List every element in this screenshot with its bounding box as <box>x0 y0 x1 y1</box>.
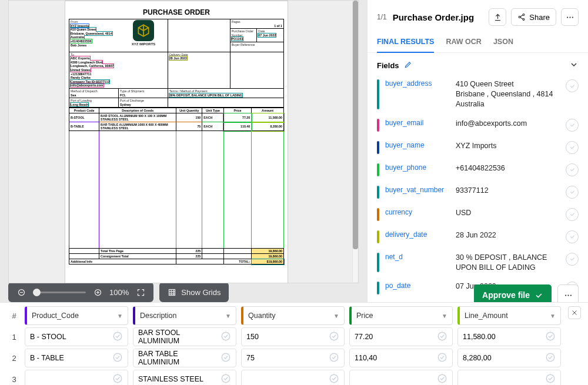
cell-product-code[interactable]: B - TABLE <box>25 349 128 367</box>
zoom-in-button[interactable] <box>91 285 105 299</box>
svg-point-33 <box>113 374 122 383</box>
field-value: 93377112 <box>456 186 560 196</box>
svg-rect-5 <box>169 289 175 295</box>
field-row: buyer_phone+61404822536 <box>377 159 579 181</box>
column-price[interactable]: Price▼ <box>349 306 453 325</box>
cell-approve-check[interactable] <box>329 373 339 386</box>
cell-approve-check[interactable] <box>545 331 556 343</box>
cell-price[interactable]: 77.20 <box>349 327 453 346</box>
collapse-fields-button[interactable] <box>569 60 579 71</box>
field-name[interactable]: buyer_address <box>385 79 450 88</box>
cell-product-code[interactable] <box>25 370 128 385</box>
field-approve-check[interactable] <box>566 253 579 266</box>
column-line-amount[interactable]: Line_Amount▼ <box>457 306 561 325</box>
cell-line-amount[interactable]: 11,580.00 <box>457 327 561 346</box>
field-color-bar <box>377 79 379 109</box>
field-color-bar <box>377 186 379 199</box>
field-name[interactable]: po_date <box>385 282 450 290</box>
svg-line-14 <box>520 18 523 19</box>
cell-approve-check[interactable] <box>437 331 447 343</box>
column-description[interactable]: Description▼ <box>133 306 236 325</box>
cell-approve-check[interactable] <box>437 373 447 386</box>
line-items-table: # Product_Code▼ Description▼ Quantity▼ P… <box>0 302 588 385</box>
page-count: 1/1 <box>377 13 387 21</box>
more-menu-button[interactable] <box>561 8 579 26</box>
field-name[interactable]: net_d <box>385 253 450 261</box>
field-name[interactable]: delivery_date <box>385 230 450 239</box>
field-value: info@abcexports.com <box>456 119 560 129</box>
cell-approve-check[interactable] <box>545 352 556 364</box>
field-row: net_d30 % DEPOSIT , BALANCE UPON BILL OF… <box>377 248 579 277</box>
cell-approve-check[interactable] <box>112 331 123 343</box>
cell-approve-check[interactable] <box>220 352 231 364</box>
cell-line-amount[interactable] <box>457 370 561 385</box>
field-name[interactable]: buyer_phone <box>385 163 450 172</box>
viewer-toolbar: 100% Show Grids <box>0 282 367 302</box>
table-row: 3STAINLESS STEEL <box>8 370 561 385</box>
field-approve-check[interactable] <box>566 119 579 132</box>
close-table-button[interactable] <box>568 306 581 319</box>
svg-point-15 <box>567 16 568 18</box>
field-name[interactable]: buyer_vat_number <box>385 186 450 194</box>
cell-price[interactable] <box>349 370 453 385</box>
svg-point-28 <box>113 353 122 361</box>
svg-point-20 <box>570 294 571 296</box>
table-row: 1B - STOOLBAR STOOL ALUMINIUM15077.2011,… <box>8 327 561 346</box>
cell-approve-check[interactable] <box>329 331 339 343</box>
svg-point-37 <box>546 374 554 383</box>
po-heading: PURCHASE ORDER <box>65 1 288 16</box>
svg-line-13 <box>520 15 523 17</box>
cell-price[interactable]: 110,40 <box>349 349 453 367</box>
svg-point-35 <box>330 374 338 383</box>
svg-point-17 <box>572 16 573 18</box>
cell-description[interactable]: BAR TABLE ALUMINIUM <box>133 349 236 367</box>
field-approve-check[interactable] <box>566 186 579 199</box>
svg-point-34 <box>222 374 230 383</box>
share-button[interactable]: Share <box>511 8 556 26</box>
field-color-bar <box>377 282 379 294</box>
cell-description[interactable]: BAR STOOL ALUMINIUM <box>133 327 236 346</box>
cell-approve-check[interactable] <box>220 373 231 386</box>
show-grids-button[interactable]: Show Grids <box>159 282 229 302</box>
zoom-out-button[interactable] <box>14 285 28 299</box>
cell-approve-check[interactable] <box>112 373 123 386</box>
field-value: 28 Jun 2022 <box>456 230 560 240</box>
field-value: USD <box>456 208 560 218</box>
document-viewer: PURCHASE ORDER XYZ IMPORTS From XYZ Impo… <box>0 0 367 283</box>
field-value: 410 Queen StreetBrisbane , Queensland , … <box>456 79 560 109</box>
upload-button[interactable] <box>489 8 506 26</box>
tab-raw-ocr[interactable]: RAW OCR <box>446 34 481 52</box>
field-name[interactable]: currency <box>385 208 450 216</box>
fields-heading: Fields <box>377 61 399 70</box>
field-approve-check[interactable] <box>566 79 579 92</box>
cell-approve-check[interactable] <box>545 373 556 386</box>
cell-approve-check[interactable] <box>220 331 231 343</box>
results-panel: 1/1 Purchase Order.jpg Share <box>367 0 588 302</box>
cell-approve-check[interactable] <box>437 352 447 364</box>
vertical-scrollbar[interactable] <box>352 1 358 282</box>
field-color-bar <box>377 253 379 273</box>
edit-fields-button[interactable] <box>404 61 412 71</box>
field-name[interactable]: buyer_email <box>385 119 450 127</box>
field-value: XYZ Imports <box>456 141 560 151</box>
column-product-code[interactable]: Product_Code▼ <box>25 306 128 325</box>
cell-product-code[interactable]: B - STOOL <box>25 327 128 346</box>
cell-approve-check[interactable] <box>112 352 123 364</box>
column-quantity[interactable]: Quantity▼ <box>241 306 345 325</box>
cell-quantity[interactable]: 75 <box>241 349 345 367</box>
field-name[interactable]: buyer_name <box>385 141 450 149</box>
field-approve-check[interactable] <box>566 208 579 221</box>
field-approve-check[interactable] <box>566 141 579 154</box>
field-approve-check[interactable] <box>566 163 579 176</box>
tab-final-results[interactable]: FINAL RESULTS <box>377 34 434 53</box>
cell-description[interactable]: STAINLESS STEEL <box>133 370 236 385</box>
zoom-slider[interactable] <box>33 292 86 293</box>
field-approve-check[interactable] <box>566 230 579 243</box>
tab-json[interactable]: JSON <box>493 34 513 52</box>
cell-quantity[interactable] <box>241 370 345 385</box>
cell-line-amount[interactable]: 8,280,00 <box>457 349 561 367</box>
field-value: 30 % DEPOSIT , BALANCE UPON BILL OF LADI… <box>456 253 560 273</box>
fullscreen-button[interactable] <box>133 285 148 299</box>
cell-approve-check[interactable] <box>329 352 339 364</box>
cell-quantity[interactable]: 150 <box>241 327 345 346</box>
